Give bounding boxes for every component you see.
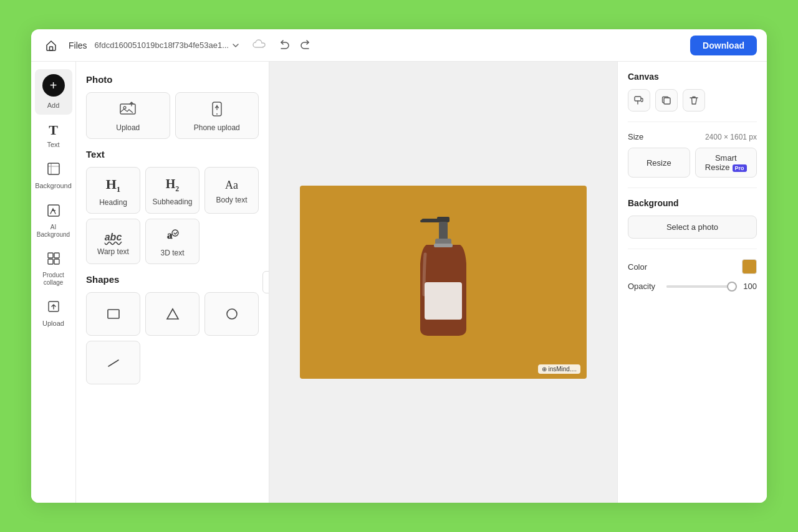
size-value: 2400 × 1601 px [705,133,757,141]
opacity-row: Opacity 100 [628,282,757,291]
color-section: Color Opacity 100 [628,259,757,301]
rect-shape-card[interactable] [86,292,140,336]
line-shape-icon [107,357,120,371]
shapes-grid [86,292,259,384]
background-icon [46,161,61,179]
add-panel: Photo Upload [76,62,269,503]
svg-rect-14 [108,310,119,318]
canvas-section: Canvas [628,72,757,122]
add-icon: + [42,74,65,97]
heading-icon: H1 [106,176,121,194]
svg-rect-23 [635,97,641,101]
svg-rect-5 [48,259,53,264]
text-section-title: Text [86,149,259,159]
resize-row: Resize Smart ResizePro [628,148,757,178]
upload-card-icon [119,102,137,120]
home-button[interactable] [41,36,61,55]
redo-button[interactable] [297,36,314,55]
svg-rect-4 [54,253,59,258]
cloud-icon [252,39,266,52]
body-text-card[interactable]: Aa Body text [204,167,259,214]
sidebar-item-upload[interactable]: Upload [35,294,72,333]
smart-resize-button[interactable]: Smart ResizePro [695,148,757,178]
phone-upload-card[interactable]: Phone upload [175,92,259,139]
canvas-area[interactable]: ⊕ insMind.... [269,62,617,503]
warp-text-label: Warp text [97,247,129,256]
svg-rect-3 [48,253,53,258]
svg-text:a: a [167,229,173,241]
triangle-shape-card[interactable] [145,292,200,336]
chevron-down-icon [231,41,240,50]
photo-grid: Upload Phone upload [86,92,259,139]
subheading-card[interactable]: H2 Subheading [145,167,200,214]
topbar-actions [276,36,314,55]
opacity-value: 100 [742,282,757,291]
svg-rect-1 [48,163,59,174]
sidebar-item-text[interactable]: T Text [35,117,72,154]
product-collage-icon [46,251,61,269]
body-text-icon: Aa [225,179,238,192]
svg-point-15 [227,309,237,319]
background-section: Background Select a photo [628,198,757,249]
warp-text-card[interactable]: abc Warp text [86,219,140,264]
undo-button[interactable] [276,36,292,55]
size-label: Size [628,132,643,141]
subheading-label: Subheading [152,197,192,206]
duplicate-button[interactable] [655,89,678,112]
warp-text-icon: abc [105,229,122,244]
resize-button[interactable]: Resize [628,148,690,178]
text-icon: T [49,122,58,138]
upload-card-label: Upload [116,123,140,132]
shapes-section-title: Shapes [86,274,259,285]
size-section: Size 2400 × 1601 px Resize Smart ResizeP… [628,132,757,188]
upload-card[interactable]: Upload [86,92,170,139]
circle-shape-icon [226,308,238,323]
triangle-shape-icon [166,308,180,323]
opacity-thumb[interactable] [727,282,737,292]
3d-text-card[interactable]: a 3D text [145,219,200,264]
subheading-icon: H2 [166,177,180,194]
circle-shape-card[interactable] [204,292,259,336]
background-label: Background [35,182,72,190]
sidebar-item-add[interactable]: + Add [35,69,72,115]
opacity-label: Opacity [628,282,661,291]
sidebar-item-ai-background[interactable]: AI Background [35,198,72,244]
delete-button[interactable] [683,89,705,112]
ai-background-label: AI Background [37,224,70,239]
heading-card[interactable]: H1 Heading [86,167,140,214]
filename-display[interactable]: 6fdcd160051019bc18f73b4fe53ae1... [95,40,240,50]
upload-label: Upload [42,320,64,328]
right-panel: Canvas [617,62,767,503]
files-button[interactable]: Files [69,40,87,50]
photo-section-title: Photo [86,74,259,85]
canvas-title: Canvas [628,72,757,82]
main-area: + Add T Text Background [31,62,767,503]
svg-rect-21 [425,282,462,320]
upload-icon [46,299,61,317]
panel-collapse-button[interactable]: ‹ [262,271,269,293]
opacity-slider[interactable] [666,285,737,288]
color-swatch[interactable] [742,259,757,274]
sidebar-item-background[interactable]: Background [35,156,72,195]
line-shape-card[interactable] [86,341,140,384]
svg-point-13 [172,230,178,236]
product-collage-label: Product collage [39,272,69,287]
text-grid: H1 Heading H2 Subheading Aa Body text ab… [86,167,259,264]
phone-upload-icon [211,102,223,120]
canvas-image: ⊕ insMind.... [300,186,587,379]
3d-text-label: 3D text [160,249,184,257]
svg-rect-8 [120,104,135,114]
select-photo-button[interactable]: Select a photo [628,216,757,239]
sidebar-item-product-collage[interactable]: Product collage [35,246,72,292]
download-button[interactable]: Download [690,36,757,55]
text-label: Text [47,141,59,149]
format-painter-button[interactable] [628,89,650,112]
svg-point-11 [216,113,218,115]
svg-rect-18 [420,220,425,222]
background-title: Background [628,198,757,208]
canvas-tools [628,89,757,112]
svg-rect-22 [434,244,453,247]
svg-point-9 [123,107,126,109]
heading-label: Heading [99,198,127,207]
size-row: Size 2400 × 1601 px [628,132,757,141]
